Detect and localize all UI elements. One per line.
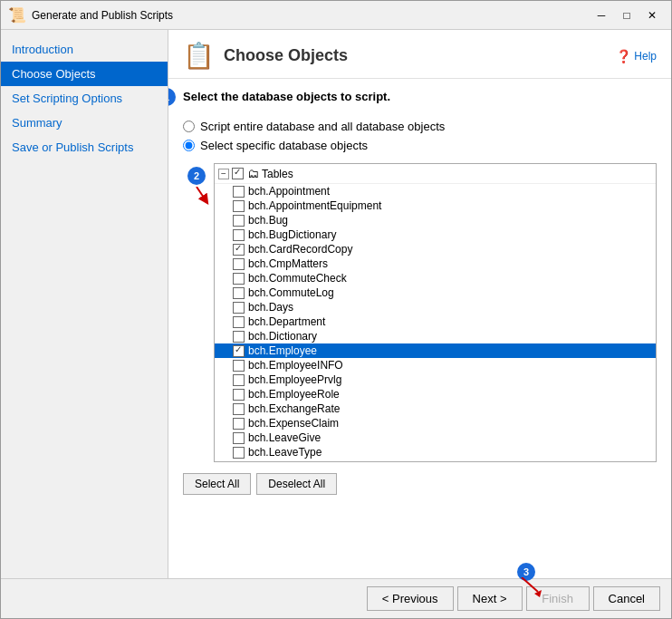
tree-item-checkbox[interactable] xyxy=(233,432,245,444)
tree-item-label: bch.CmpMatters xyxy=(248,257,328,270)
tree-row[interactable]: bch.CommuteLog xyxy=(215,285,656,300)
select-all-button[interactable]: Select All xyxy=(183,473,251,495)
tree-item-checkbox[interactable] xyxy=(233,345,245,357)
tree-root[interactable]: − 🗂 Tables xyxy=(215,164,656,184)
tree-row[interactable]: bch.EmployeeRole xyxy=(215,387,656,401)
tree-container[interactable]: − 🗂 Tables bch.Appointmentbch.Appointmen… xyxy=(214,163,657,462)
tree-row[interactable]: bch.LeaveType xyxy=(215,445,656,459)
maximize-button[interactable]: □ xyxy=(615,6,638,24)
table-folder-icon: 🗂 xyxy=(247,167,259,180)
help-label: Help xyxy=(634,50,657,63)
tree-row[interactable]: bch.CardRecordCopy xyxy=(215,242,656,256)
previous-button[interactable]: < Previous xyxy=(367,586,454,611)
tree-item-label: bch.Days xyxy=(248,301,293,314)
cancel-button[interactable]: Cancel xyxy=(593,586,660,611)
main-body: 1 Select the database objects to script.… xyxy=(168,79,671,578)
sidebar-item-choose-objects[interactable]: Choose Objects xyxy=(1,62,168,86)
header-icon: 📋 xyxy=(183,41,215,71)
tree-item-label: bch.CommuteLog xyxy=(248,286,334,299)
tree-item-checkbox[interactable] xyxy=(233,273,245,285)
tree-item-label: bch.LeaveGive xyxy=(248,431,321,444)
tree-item-checkbox[interactable] xyxy=(233,461,245,463)
title-bar-text: Generate and Publish Scripts xyxy=(32,9,590,22)
tree-row[interactable]: bch.Bug xyxy=(215,213,656,227)
header-title: Choose Objects xyxy=(224,46,348,65)
tree-item-label: bch.EmployeeINFO xyxy=(248,359,343,372)
tree-root-checkbox[interactable] xyxy=(232,168,244,179)
tree-item-checkbox[interactable] xyxy=(233,389,245,401)
tree-row[interactable]: bch.BugDictionary xyxy=(215,227,656,242)
tree-row[interactable]: bch.Employee xyxy=(215,343,656,358)
tree-row[interactable]: bch.EmployeeINFO xyxy=(215,358,656,372)
btn-row: Select All Deselect All xyxy=(183,473,657,495)
window: 📜 Generate and Publish Scripts ─ □ ✕ Int… xyxy=(0,0,672,619)
tree-item-checkbox[interactable] xyxy=(233,447,245,459)
tree-root-label: Tables xyxy=(262,168,293,180)
radio-entire-db[interactable]: Script entire database and all database … xyxy=(183,120,657,133)
tree-row[interactable]: bch.ExpenseClaim xyxy=(215,416,656,430)
tree-row[interactable]: bch.LeaveUsed xyxy=(215,459,656,462)
deselect-all-button[interactable]: Deselect All xyxy=(256,473,337,495)
tree-item-label: bch.BugDictionary xyxy=(248,228,336,241)
tree-item-checkbox[interactable] xyxy=(233,418,245,430)
tree-items: bch.Appointmentbch.AppointmentEquipmentb… xyxy=(215,184,656,462)
radio-specific-label: Select specific database objects xyxy=(200,139,368,152)
tree-item-label: bch.Dictionary xyxy=(248,330,317,343)
sidebar: Introduction Choose Objects Set Scriptin… xyxy=(1,30,168,578)
title-bar: 📜 Generate and Publish Scripts ─ □ ✕ xyxy=(1,1,671,30)
tree-row[interactable]: bch.ExchangeRate xyxy=(215,401,656,416)
arrow-2 xyxy=(183,187,210,205)
radio-specific[interactable]: Select specific database objects xyxy=(183,139,657,152)
tree-row[interactable]: bch.LeaveGive xyxy=(215,430,656,445)
tree-item-label: bch.CardRecordCopy xyxy=(248,243,352,256)
footer: 3 < Previous Next > Finish Cancel xyxy=(1,578,671,618)
tree-row[interactable]: bch.AppointmentEquipment xyxy=(215,198,656,213)
tree-item-checkbox[interactable] xyxy=(233,215,245,227)
tree-row[interactable]: bch.CmpMatters xyxy=(215,256,656,271)
tree-row[interactable]: bch.CommuteCheck xyxy=(215,271,656,285)
content-area: Introduction Choose Objects Set Scriptin… xyxy=(1,30,671,578)
tree-item-checkbox[interactable] xyxy=(233,258,245,270)
svg-line-0 xyxy=(197,187,206,200)
tree-item-checkbox[interactable] xyxy=(233,244,245,256)
sidebar-item-save-publish[interactable]: Save or Publish Scripts xyxy=(1,135,168,160)
tree-row[interactable]: bch.Appointment xyxy=(215,184,656,198)
close-button[interactable]: ✕ xyxy=(640,6,664,24)
radio-entire-db-label: Script entire database and all database … xyxy=(200,120,445,133)
step-badge-2: 2 xyxy=(187,167,206,185)
tree-expand-icon[interactable]: − xyxy=(218,169,229,179)
tree-row[interactable]: bch.Department xyxy=(215,314,656,329)
tree-item-label: bch.EmployeePrvlg xyxy=(248,373,341,386)
svg-line-1 xyxy=(522,577,538,592)
tree-item-checkbox[interactable] xyxy=(233,186,245,198)
tree-item-label: bch.Department xyxy=(248,315,325,328)
tree-row[interactable]: bch.Days xyxy=(215,300,656,314)
sidebar-item-introduction[interactable]: Introduction xyxy=(1,37,168,62)
tree-row[interactable]: bch.Dictionary xyxy=(215,329,656,343)
sidebar-item-summary[interactable]: Summary xyxy=(1,111,168,135)
tree-item-label: bch.Appointment xyxy=(248,185,330,198)
tree-row[interactable]: bch.EmployeePrvlg xyxy=(215,372,656,387)
radio-specific-input[interactable] xyxy=(183,140,195,151)
tree-item-checkbox[interactable] xyxy=(233,287,245,299)
title-bar-controls: ─ □ ✕ xyxy=(590,6,664,24)
tree-item-label: bch.CommuteCheck xyxy=(248,272,347,285)
radio-entire-db-input[interactable] xyxy=(183,121,195,132)
help-link[interactable]: ❓ Help xyxy=(616,49,657,63)
tree-item-checkbox[interactable] xyxy=(233,229,245,241)
step-badge-1: 1 xyxy=(168,88,176,106)
tree-item-checkbox[interactable] xyxy=(233,200,245,212)
tree-item-checkbox[interactable] xyxy=(233,331,245,343)
tree-item-checkbox[interactable] xyxy=(233,360,245,372)
sidebar-item-set-scripting-options[interactable]: Set Scripting Options xyxy=(1,86,168,111)
minimize-button[interactable]: ─ xyxy=(590,6,613,24)
tree-item-label: bch.Bug xyxy=(248,214,288,227)
main-header: 📋 Choose Objects ❓ Help xyxy=(168,30,671,79)
tree-item-checkbox[interactable] xyxy=(233,374,245,386)
tree-item-checkbox[interactable] xyxy=(233,302,245,314)
tree-item-checkbox[interactable] xyxy=(233,403,245,415)
section-title: Select the database objects to script. xyxy=(183,90,390,103)
tree-item-label: bch.LeaveType xyxy=(248,446,322,459)
tree-item-checkbox[interactable] xyxy=(233,316,245,328)
tree-item-label: bch.LeaveUsed xyxy=(248,460,323,462)
